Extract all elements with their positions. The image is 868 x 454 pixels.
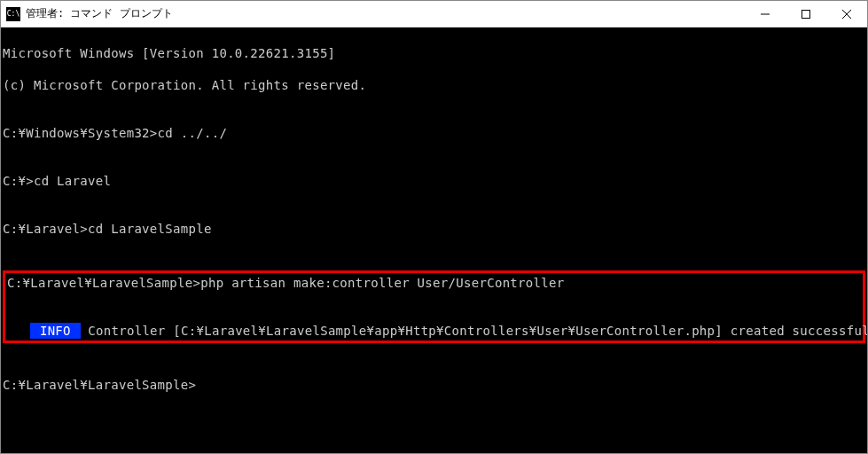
terminal-area[interactable]: Microsoft Windows [Version 10.0.22621.31… xyxy=(1,27,867,453)
maximize-button[interactable] xyxy=(786,1,826,27)
minimize-button[interactable] xyxy=(745,1,786,27)
terminal-line: Microsoft Windows [Version 10.0.22621.31… xyxy=(3,45,865,61)
terminal-line: (c) Microsoft Corporation. All rights re… xyxy=(3,77,865,93)
window-title: 管理者: コマンド プロンプト xyxy=(26,6,173,21)
maximize-icon xyxy=(802,10,810,19)
cmd-icon: C:\ xyxy=(6,7,20,21)
terminal-line-info: INFO Controller [C:¥Laravel¥LaravelSampl… xyxy=(7,323,861,339)
svg-rect-1 xyxy=(802,10,810,18)
terminal-line: C:¥Windows¥System32>cd ../../ xyxy=(3,125,865,141)
highlighted-region: C:¥Laravel¥LaravelSample>php artisan mak… xyxy=(3,270,865,343)
titlebar[interactable]: C:\ 管理者: コマンド プロンプト xyxy=(1,1,867,27)
info-message: Controller [C:¥Laravel¥LaravelSample¥app… xyxy=(81,324,867,338)
minimize-icon xyxy=(761,10,770,19)
terminal-line-command: C:¥Laravel¥LaravelSample>php artisan mak… xyxy=(7,275,861,291)
terminal-line: C:¥Laravel>cd LaravelSample xyxy=(3,221,865,237)
close-icon xyxy=(842,10,851,19)
info-indent xyxy=(7,324,30,338)
info-badge: INFO xyxy=(30,323,80,339)
close-button[interactable] xyxy=(826,1,867,27)
terminal-prompt: C:¥Laravel¥LaravelSample> xyxy=(3,377,865,393)
terminal-line: C:¥>cd Laravel xyxy=(3,173,865,189)
command-prompt-window: C:\ 管理者: コマンド プロンプト Microsoft Windows [V… xyxy=(0,0,868,454)
